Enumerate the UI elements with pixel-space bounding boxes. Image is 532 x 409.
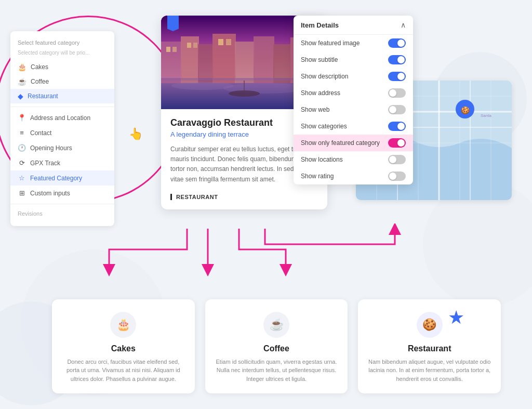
sidebar-item-featured[interactable]: ☆ Featured Category [10, 170, 114, 186]
toggle-label-subtitle: Show subtitle [301, 56, 338, 63]
toggle-label-description: Show description [301, 73, 348, 80]
toggle-rating[interactable]: Show rating [294, 168, 413, 184]
toggle-switch-categories[interactable] [388, 122, 406, 131]
item-details-panel: Item Details ∧ Show featured image Show … [294, 16, 413, 184]
arrows-diagram [42, 223, 447, 291]
toggle-locations[interactable]: Show locations [294, 151, 413, 168]
sidebar-label-featured: Featured Category [30, 175, 82, 182]
svg-rect-12 [172, 47, 177, 52]
svg-rect-11 [166, 47, 170, 52]
card-tag: RESTAURANT [170, 194, 218, 200]
category-item-cakes[interactable]: 🎂 Cakes [10, 60, 114, 74]
card-bookmark [167, 16, 179, 31]
gpx-icon: ⟳ [18, 159, 26, 167]
hand-cursor-icon: 👆 [129, 127, 143, 141]
coffee-icon: ☕ [18, 77, 26, 86]
toggle-categories[interactable]: Show categories [294, 118, 413, 135]
sidebar-item-gpx[interactable]: ⟳ GPX Track [10, 155, 114, 170]
svg-rect-16 [226, 39, 231, 45]
sidebar-item-custom[interactable]: ⊞ Custom inputs [10, 186, 114, 201]
clock-icon: 🕐 [18, 144, 26, 152]
svg-rect-5 [212, 34, 236, 83]
svg-rect-13 [187, 43, 191, 48]
toggle-switch-subtitle[interactable] [388, 55, 406, 64]
bottom-cards: 🎂 Cakes Donec arcu orci, faucibus vitae … [52, 299, 501, 394]
category-label-cakes: Cakes [31, 63, 48, 71]
sidebar-label-custom: Custom inputs [30, 190, 70, 197]
category-label-coffee: Coffee [31, 78, 49, 85]
panel-title: Item Details [301, 21, 339, 29]
toggle-switch-web[interactable] [388, 105, 406, 114]
grid-icon: ⊞ [18, 189, 26, 197]
revisions-label: Revisions [10, 207, 114, 220]
toggle-featured-category[interactable]: Show only featured category [294, 135, 413, 151]
sidebar-label-address: Address and Location [30, 114, 90, 122]
svg-text:🍪: 🍪 [461, 106, 470, 115]
category-card-coffee: ☕ Coffee Etiam id sollicitudin quam, viv… [205, 299, 348, 394]
sidebar-category-subtitle: Selected category will be prio... [10, 50, 114, 60]
cakes-card-desc: Donec arcu orci, faucibus vitae eleifend… [60, 358, 187, 384]
cakes-icon: 🎂 [18, 63, 26, 71]
toggle-label-featured-image: Show featured image [301, 39, 360, 47]
toggle-label-locations: Show locations [301, 156, 343, 163]
toggle-label-web: Show web [301, 106, 329, 113]
coffee-card-title: Coffee [214, 344, 340, 353]
sidebar-item-contact[interactable]: ≡ Contact [10, 125, 114, 140]
svg-rect-2 [161, 42, 182, 83]
sidebar-item-opening-hours[interactable]: 🕐 Opening Hours [10, 140, 114, 155]
restaurant-card-desc: Nam bibendum aliquet augue, vel vulputat… [366, 358, 493, 384]
toggle-web[interactable]: Show web [294, 101, 413, 118]
sidebar-label-gpx: GPX Track [30, 160, 60, 167]
coffee-card-icon-container: ☕ [214, 312, 340, 338]
toggle-featured-image[interactable]: Show featured image [294, 35, 413, 51]
star-icon: ☆ [18, 174, 26, 182]
restaurant-icon: ◆ [18, 92, 23, 100]
category-label-restaurant: Restaurant [28, 93, 58, 100]
restaurant-card-title: Restaurant [366, 344, 493, 353]
contact-icon: ≡ [18, 129, 26, 137]
coffee-card-icon: ☕ [263, 312, 289, 338]
blue-star-icon: ★ [448, 307, 464, 328]
sidebar-category-title: Select featured category [10, 37, 114, 50]
svg-point-20 [229, 90, 260, 97]
panel-collapse-icon[interactable]: ∧ [401, 21, 406, 29]
svg-rect-8 [273, 44, 291, 83]
cakes-card-icon-container: 🎂 [60, 312, 187, 338]
toggle-description[interactable]: Show description [294, 68, 413, 85]
cakes-card-title: Cakes [60, 344, 187, 353]
sidebar-label-opening: Opening Hours [30, 144, 72, 152]
toggle-switch-locations[interactable] [388, 155, 406, 164]
category-item-restaurant[interactable]: ◆ Restaurant [10, 89, 114, 103]
svg-text:Santa: Santa [481, 113, 491, 118]
sidebar-panel: Select featured category Selected catego… [10, 31, 114, 226]
svg-rect-4 [198, 44, 214, 83]
restaurant-card-icon-container: 🍪 [366, 312, 493, 338]
svg-rect-7 [254, 36, 274, 83]
cakes-card-icon: 🎂 [110, 312, 136, 338]
svg-rect-6 [235, 42, 255, 83]
svg-rect-15 [218, 39, 223, 45]
toggle-address[interactable]: Show address [294, 85, 413, 101]
toggle-subtitle[interactable]: Show subtitle [294, 51, 413, 68]
toggle-switch-featured-image[interactable] [388, 38, 406, 48]
toggle-label-rating: Show rating [301, 173, 334, 180]
toggle-switch-rating[interactable] [388, 171, 406, 181]
toggle-label-address: Show address [301, 89, 340, 97]
svg-rect-14 [193, 43, 197, 48]
toggle-label-categories: Show categories [301, 123, 347, 130]
coffee-card-desc: Etiam id sollicitudin quam, viverra eges… [214, 358, 340, 384]
category-card-restaurant: 🍪 Restaurant Nam bibendum aliquet augue,… [358, 299, 501, 394]
sidebar-item-address[interactable]: 📍 Address and Location [10, 110, 114, 125]
category-item-coffee[interactable]: ☕ Coffee [10, 74, 114, 89]
sidebar-label-contact: Contact [30, 129, 51, 137]
toggle-switch-description[interactable] [388, 72, 406, 81]
toggle-switch-featured-category[interactable] [388, 138, 406, 148]
address-icon: 📍 [18, 114, 26, 122]
toggle-label-featured-category: Show only featured category [301, 139, 380, 147]
category-card-cakes: 🎂 Cakes Donec arcu orci, faucibus vitae … [52, 299, 195, 394]
panel-header: Item Details ∧ [294, 16, 413, 35]
restaurant-card-icon: 🍪 [417, 312, 443, 338]
toggle-switch-address[interactable] [388, 88, 406, 98]
